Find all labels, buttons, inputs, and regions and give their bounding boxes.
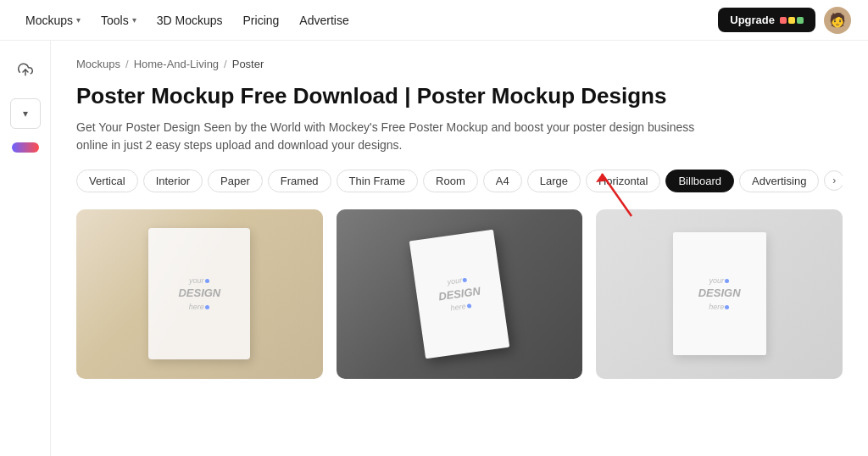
navbar: Mockups ▾ Tools ▾ 3D Mockups Pricing Adv… xyxy=(0,0,868,41)
nav-3d-label: 3D Mockups xyxy=(157,14,223,27)
main-content: Mockups / Home-And-Living / Poster Poste… xyxy=(51,41,868,456)
breadcrumb: Mockups / Home-And-Living / Poster xyxy=(76,58,843,70)
dot-4 xyxy=(466,303,471,309)
icon-dot-yellow xyxy=(788,17,795,24)
layout: ▾ Mockups / Home-And-Living / Poster Pos… xyxy=(0,41,868,456)
mockup-card-1[interactable]: your DESIGN here xyxy=(76,209,323,379)
mockup-grid: your DESIGN here your DESIGN here xyxy=(76,209,843,379)
filter-interior[interactable]: Interior xyxy=(143,170,203,192)
breadcrumb-mockups[interactable]: Mockups xyxy=(76,58,120,70)
dot-5 xyxy=(725,279,729,283)
filter-a4[interactable]: A4 xyxy=(483,170,522,192)
design-main-3: DESIGN xyxy=(698,286,741,301)
filter-paper[interactable]: Paper xyxy=(208,170,263,192)
nav-mockups-chevron: ▾ xyxy=(76,15,81,25)
poster-standing-3: your DESIGN here xyxy=(673,232,766,355)
nav-advertise-label: Advertise xyxy=(299,14,348,27)
user-avatar[interactable]: 🧑 xyxy=(824,7,851,34)
icon-dot-green xyxy=(797,17,804,24)
nav-mockups-label: Mockups xyxy=(25,14,73,27)
filter-next-button[interactable]: › xyxy=(824,170,843,191)
design-here-1: here xyxy=(178,302,220,313)
nav-pricing-label: Pricing xyxy=(243,14,280,27)
nav-pricing[interactable]: Pricing xyxy=(235,8,288,32)
color-palette-bar[interactable] xyxy=(12,142,39,153)
filter-advertising[interactable]: Advertising xyxy=(739,170,819,192)
upgrade-button[interactable]: Upgrade xyxy=(718,8,815,32)
design-text-2: your DESIGN here xyxy=(436,273,482,315)
nav-tools[interactable]: Tools ▾ xyxy=(92,8,145,32)
design-your-3: your xyxy=(698,275,741,286)
breadcrumb-current: Poster xyxy=(232,58,264,70)
dropdown-chevron: ▾ xyxy=(23,108,28,120)
nav-tools-label: Tools xyxy=(101,14,129,27)
nav-mockups[interactable]: Mockups ▾ xyxy=(17,8,89,32)
sidebar-dropdown-icon[interactable]: ▾ xyxy=(10,98,41,129)
sidebar-upload-icon[interactable] xyxy=(10,54,41,85)
mockup-inner-3: your DESIGN here xyxy=(596,209,843,379)
filter-thin-frame[interactable]: Thin Frame xyxy=(337,170,418,192)
nav-right: Upgrade 🧑 xyxy=(718,7,851,34)
breadcrumb-home-and-living[interactable]: Home-And-Living xyxy=(134,58,219,70)
filter-horizontal[interactable]: Horizontal xyxy=(586,170,661,192)
filter-room[interactable]: Room xyxy=(423,170,478,192)
nav-3d-mockups[interactable]: 3D Mockups xyxy=(148,8,231,32)
filter-vertical[interactable]: Vertical xyxy=(76,170,138,192)
filter-tags: Vertical Interior Paper Framed Thin Fram… xyxy=(76,170,843,192)
design-main-1: DESIGN xyxy=(178,286,220,301)
page-title: Poster Mockup Free Download | Poster Moc… xyxy=(76,82,843,110)
nav-tools-chevron: ▾ xyxy=(132,15,136,25)
dot-3 xyxy=(463,278,468,283)
filter-billboard[interactable]: Billboard xyxy=(665,170,734,192)
poster-cloth-1: your DESIGN here xyxy=(148,228,250,359)
filter-large[interactable]: Large xyxy=(527,170,581,192)
icon-dot-red xyxy=(780,17,787,24)
design-text-3: your DESIGN here xyxy=(698,275,741,312)
upgrade-icon xyxy=(780,17,804,24)
breadcrumb-sep-1: / xyxy=(125,58,129,70)
mockup-card-2[interactable]: your DESIGN here xyxy=(337,209,583,379)
upgrade-label: Upgrade xyxy=(730,14,775,26)
mockup-inner-1: your DESIGN here xyxy=(76,209,323,379)
page-description: Get Your Poster Design Seen by the World… xyxy=(76,119,721,154)
dot-2 xyxy=(205,305,209,309)
poster-tilted-2: your DESIGN here xyxy=(409,229,510,359)
dot-1 xyxy=(205,279,209,283)
mockup-inner-2: your DESIGN here xyxy=(337,209,583,379)
nav-advertise[interactable]: Advertise xyxy=(291,8,357,32)
nav-links: Mockups ▾ Tools ▾ 3D Mockups Pricing Adv… xyxy=(17,8,358,32)
dot-6 xyxy=(725,305,729,309)
sidebar: ▾ xyxy=(0,41,51,456)
design-your-1: your xyxy=(178,275,220,286)
filter-framed[interactable]: Framed xyxy=(268,170,331,192)
mockup-card-3[interactable]: your DESIGN here xyxy=(596,209,843,379)
design-text-1: your DESIGN here xyxy=(178,275,220,312)
breadcrumb-sep-2: / xyxy=(224,58,227,70)
design-here-3: here xyxy=(698,302,741,313)
